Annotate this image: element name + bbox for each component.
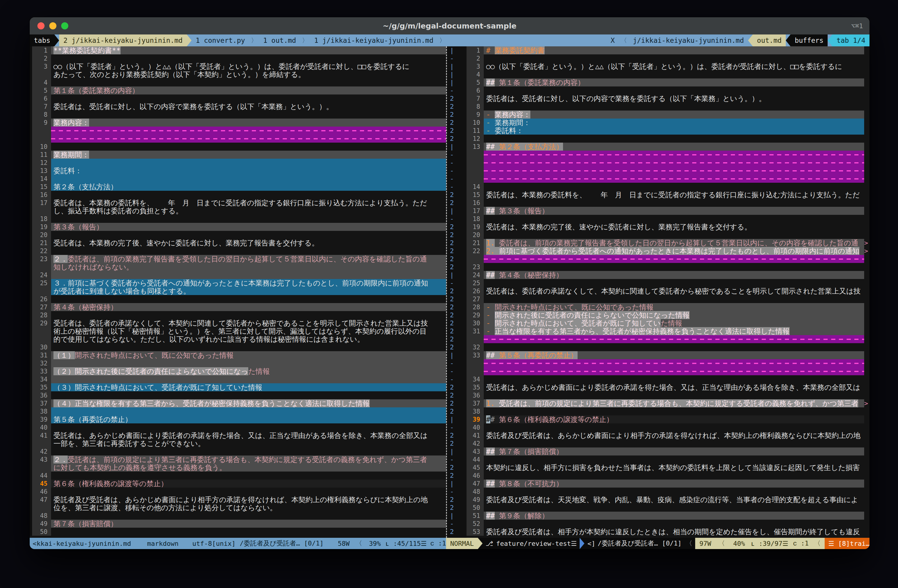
fold-marker[interactable]: -	[447, 423, 466, 431]
left-source-line[interactable]: 30	[30, 343, 446, 351]
left-source-line[interactable]: 42	[30, 448, 446, 456]
right-source-line[interactable]: 47## 第８条（不可抗力）	[466, 480, 869, 488]
fold-marker[interactable]: 2	[447, 231, 466, 239]
fold-marker[interactable]: 2	[447, 103, 466, 111]
left-source-line[interactable]: 32	[30, 359, 446, 367]
fold-marker[interactable]: 2	[447, 503, 466, 512]
right-source-line[interactable]: 24## 第４条（秘密保持）	[466, 271, 869, 279]
right-source-line[interactable]: 16	[466, 199, 869, 207]
right-source-line[interactable]: 26受託者は、委託者の承諾なくして、本契約に関連して委託者から秘密であることを明…	[466, 287, 869, 295]
fold-marker[interactable]: 2	[447, 247, 466, 255]
left-source-line[interactable]: 22	[30, 247, 446, 255]
left-source-line[interactable]: 49第７条（損害賠償）	[30, 520, 446, 528]
fold-marker[interactable]: 2	[447, 119, 466, 126]
left-source-line[interactable]	[30, 126, 446, 135]
left-source-line[interactable]: 2	[30, 54, 446, 62]
right-source-line[interactable]: 4	[466, 71, 869, 79]
left-source-line[interactable]: 12	[30, 159, 446, 167]
right-source-line[interactable]: 29- 開示された後に受託者の責任によらないで公知になった情報	[466, 311, 869, 319]
left-source-line[interactable]: 23２．委託者は、前項の業務完了報告書を受領した日の翌日から起算して５営業日以内…	[30, 255, 446, 263]
left-source-line[interactable]: 24	[30, 271, 446, 279]
right-source-line[interactable]	[466, 151, 869, 159]
right-source-line[interactable]: 6	[466, 86, 869, 94]
left-source-line[interactable]: 43２．受託者は、前項の規定により第三者に再委託する場合も、本契約に規定する受託…	[30, 456, 446, 463]
right-source-line[interactable]: 17## 第３条（報告）	[466, 207, 869, 215]
fold-marker[interactable]: |	[447, 79, 466, 86]
right-source-line[interactable]: 19受託者は、本業務の完了後、速やかに委託者に対し、業務完了報告書を交付する。	[466, 223, 869, 231]
fold-marker[interactable]: 2	[447, 223, 466, 231]
fold-marker[interactable]: 2	[447, 191, 466, 199]
right-source-line[interactable]	[466, 335, 869, 343]
fold-marker[interactable]: 2	[447, 319, 466, 327]
left-source-line[interactable]: 17委託者は、本業務の委託料を、 年 月 日までに受託者の指定する銀行口座に振り…	[30, 199, 446, 207]
left-source-line[interactable]: 44	[30, 471, 446, 480]
left-source-line[interactable]	[30, 135, 446, 143]
right-source-line[interactable]: 34	[466, 375, 869, 383]
left-source-line[interactable]: 38	[30, 407, 446, 416]
left-source-line[interactable]: 10	[30, 143, 446, 151]
fold-marker[interactable]: |	[447, 71, 466, 79]
left-source-line[interactable]: 的で使用してはならない。ただし、以下のいずれかに該当する情報は秘密情報には含まれ…	[30, 335, 446, 343]
right-source-line[interactable]: 27	[466, 295, 869, 303]
left-source-line[interactable]: 16	[30, 191, 446, 199]
right-source-line[interactable]: 18	[466, 215, 869, 223]
fold-marker[interactable]: -	[447, 159, 466, 167]
left-source-line[interactable]: 一部を、第三者に再委託することができない。	[30, 439, 446, 448]
right-source-line[interactable]: 13## 第２条（支払方法）	[466, 143, 869, 151]
git-branch-segment[interactable]: ⎇ feature/review-test☰	[483, 538, 580, 549]
fold-marker[interactable]: -	[447, 488, 466, 496]
left-source-line[interactable]: 47委託者及び受託者は、あらかじめ書面により相手方の承諾を得なければ、本契約上の…	[30, 496, 446, 503]
right-source-line[interactable]: 25	[466, 279, 869, 287]
fold-marker[interactable]: 2	[447, 327, 466, 335]
left-source-line[interactable]: 13委託料：	[30, 167, 446, 175]
tab-item[interactable]: 1 j/ikkai-keiyaku-jyuninin.md	[310, 34, 438, 46]
right-source-line[interactable]	[466, 175, 869, 183]
fold-marker[interactable]: 2	[447, 135, 466, 143]
fold-marker[interactable]: -	[447, 456, 466, 463]
left-source-line[interactable]: 5第１条（委託業務の内容）	[30, 86, 446, 94]
fold-marker[interactable]: -	[447, 520, 466, 528]
right-source-line[interactable]: 50	[466, 503, 869, 512]
fold-marker[interactable]: 2	[447, 496, 466, 503]
fold-marker[interactable]: |	[447, 271, 466, 279]
fold-marker[interactable]: -	[447, 175, 466, 183]
left-source-line[interactable]: 39第５条（再委託の禁止）	[30, 416, 446, 423]
fold-marker[interactable]: |	[447, 416, 466, 423]
left-source-line[interactable]: 45第６条（権利義務の譲渡等の禁止）	[30, 480, 446, 488]
right-source-line[interactable]	[466, 359, 869, 367]
right-source-line[interactable]: 30- 開示された時点において、受託者が既に了知していた情報	[466, 319, 869, 327]
left-source-line[interactable]: 4	[30, 79, 446, 86]
right-source-line[interactable]: 48	[466, 488, 869, 496]
right-source-line[interactable]: 33## 第５条（再委託の禁止）	[466, 351, 869, 359]
right-source-line[interactable]: 222. 前項に基づく委託者から受託者への通知があったときに本業務は完了したもの…	[466, 247, 869, 255]
right-source-line[interactable]: 12	[466, 135, 869, 143]
right-source-line[interactable]: 32	[466, 343, 869, 351]
left-source-line[interactable]: 19第３条（報告）	[30, 223, 446, 231]
fold-marker[interactable]: |	[447, 480, 466, 488]
fold-marker[interactable]: 2	[447, 431, 466, 439]
right-source-line[interactable]: 1# 業務委託契約書	[466, 46, 869, 54]
right-source-line[interactable]: 211. 委託者は、前項の業務完了報告書を受領した日の翌日から起算して５営業日以…	[466, 239, 869, 247]
fold-marker[interactable]: -	[447, 367, 466, 375]
fold-marker[interactable]: |	[447, 62, 466, 71]
fold-marker[interactable]: 2	[447, 528, 466, 536]
fold-marker[interactable]: 2	[447, 239, 466, 247]
right-source-line[interactable]: 15委託者は、本業務の委託料を、 年 月 日までに受託者の指定する銀行口座に振り…	[466, 191, 869, 199]
left-source-line[interactable]: 48	[30, 512, 446, 520]
fold-marker[interactable]: 2	[447, 399, 466, 407]
fold-marker[interactable]: 2	[447, 311, 466, 319]
left-source-line[interactable]: 8	[30, 111, 446, 119]
tab-item[interactable]: 1 out.md	[259, 34, 300, 46]
left-source-line[interactable]: 25３．前項に基づく委託者から受託者への通知があったときに本業務は完了したものと…	[30, 279, 446, 287]
right-source-line[interactable]: 31- 正当な権限を有する第三者から、受託者が秘密保持義務を負うことなく適法に取…	[466, 327, 869, 335]
right-source-line[interactable]: 45本契約に違反し、相手方に損害を負わせた当事者は、本契約の委託料を上限として当…	[466, 463, 869, 471]
fold-marker[interactable]: -	[447, 215, 466, 223]
left-source-line[interactable]: 7委託者は、受託者に対し、以下の内容で業務を委託する（以下「本業務」という。）。	[30, 103, 446, 111]
right-source-line[interactable]: 39## 第６条（権利義務の譲渡等の禁止）	[466, 416, 869, 423]
left-source-line[interactable]: 46	[30, 488, 446, 496]
right-source-line[interactable]: 42	[466, 439, 869, 448]
right-source-line[interactable]: 11- 委託料：	[466, 126, 869, 135]
fold-marker[interactable]: 2	[447, 94, 466, 103]
left-source-line[interactable]: 33（２）開示された後に受託者の責任によらないで公知になった情報	[30, 367, 446, 375]
right-source-line[interactable]: 3○○（以下「委託者」という。）と△△（以下「受託者」という。）は、委託者が受託…	[466, 62, 869, 71]
